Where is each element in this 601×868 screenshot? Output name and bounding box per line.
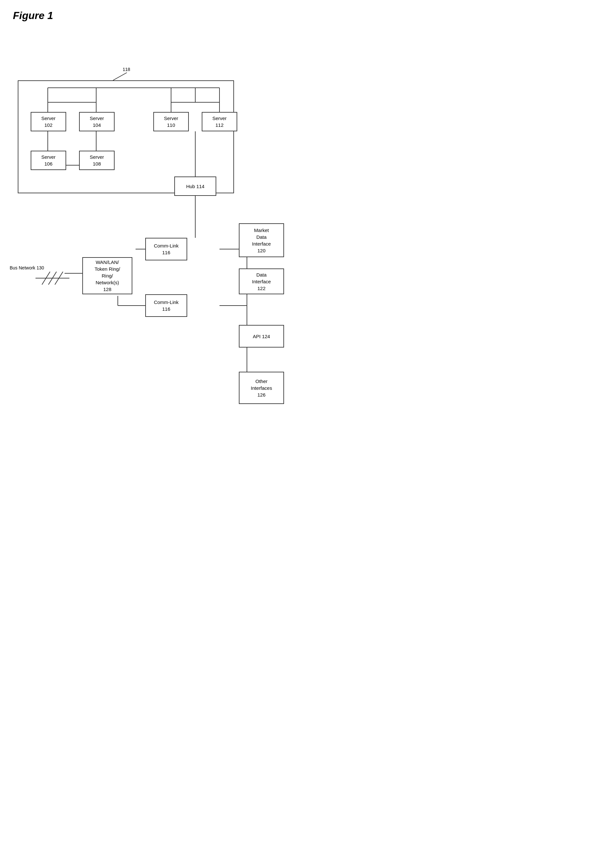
- commlink-116a-box: Comm-Link 116: [145, 238, 187, 260]
- label-118: 118: [123, 67, 130, 72]
- bus-network-130-label: Bus Network 130: [10, 265, 44, 270]
- server-102-box: Server 102: [31, 112, 66, 131]
- api-124-box: API 124: [239, 325, 284, 347]
- diagram: 118 Server 102 Server 104 Server 106 Ser…: [0, 25, 300, 431]
- server-112-box: Server 112: [202, 112, 237, 131]
- server-106-box: Server 106: [31, 151, 66, 170]
- page-title: Figure 1: [0, 0, 300, 21]
- server-108-box: Server 108: [79, 151, 114, 170]
- data-interface-122-box: Data Interface 122: [239, 268, 284, 294]
- hub-114-box: Hub 114: [174, 177, 216, 196]
- wan-128-box: WAN/LAN/ Token Ring/ Ring/ Network(s) 12…: [82, 257, 132, 294]
- svg-line-32: [113, 73, 127, 80]
- bus-network-slashes: [35, 270, 74, 286]
- commlink-116b-box: Comm-Link 116: [145, 294, 187, 317]
- server-104-box: Server 104: [79, 112, 114, 131]
- server-110-box: Server 110: [153, 112, 189, 131]
- market-data-interface-120-box: Market Data Interface 120: [239, 223, 284, 257]
- other-interfaces-126-box: Other Interfaces 126: [239, 372, 284, 404]
